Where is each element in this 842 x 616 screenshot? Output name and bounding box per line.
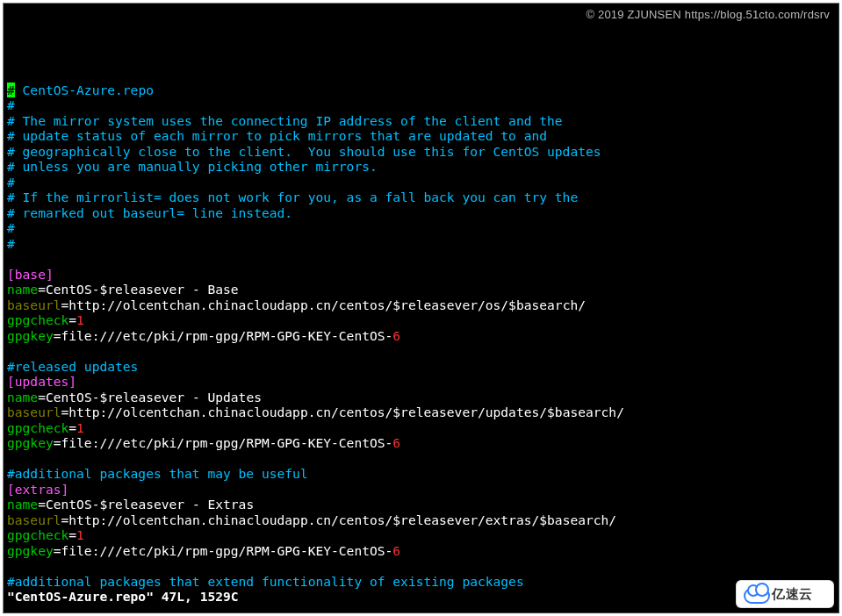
provider-badge: 亿速云 (737, 581, 833, 607)
comment-line: # update status of each mirror to pick m… (7, 128, 547, 143)
kv-gpgcheck: gpgcheck=1 (7, 527, 84, 542)
comment-line: # If the mirrorlist= does not work for y… (7, 190, 578, 204)
comment-line: # (7, 97, 15, 112)
comment-line: # unless you are manually picking other … (7, 159, 378, 174)
vim-status-line: "CentOS-Azure.repo" 47L, 1529C (7, 589, 239, 604)
terminal-text-area[interactable]: # CentOS-Azure.repo # # The mirror syste… (4, 65, 838, 605)
kv-name: name=CentOS-$releasever - Base (7, 282, 239, 297)
comment-line: # The mirror system uses the connecting … (7, 113, 563, 128)
comment-line: # (7, 220, 15, 235)
cursor: # (7, 82, 15, 97)
cloud-icon (740, 584, 770, 604)
kv-baseurl: baseurl=http://olcentchan.chinacloudapp.… (7, 405, 624, 419)
comment-line: # (7, 175, 15, 190)
kv-gpgkey: gpgkey=file:///etc/pki/rpm-gpg/RPM-GPG-K… (7, 543, 400, 558)
kv-gpgcheck: gpgcheck=1 (7, 312, 84, 327)
section-extras: [extras] (7, 482, 68, 497)
comment-line: # (7, 236, 15, 251)
section-updates: [updates] (7, 374, 76, 389)
kv-gpgkey: gpgkey=file:///etc/pki/rpm-gpg/RPM-GPG-K… (7, 328, 400, 343)
kv-name: name=CentOS-$releasever - Updates (7, 390, 262, 405)
comment-line: # geographically close to the client. Yo… (7, 144, 601, 159)
terminal-window[interactable]: © 2019 ZJUNSEN https://blog.51cto.com/rd… (3, 3, 839, 613)
watermark-text: © 2019 ZJUNSEN https://blog.51cto.com/rd… (586, 7, 830, 23)
comment-line: #released updates (7, 359, 138, 374)
section-base: [base] (7, 267, 54, 282)
kv-baseurl: baseurl=http://olcentchan.chinacloudapp.… (7, 297, 586, 312)
comment-line: #additional packages that extend functio… (7, 574, 524, 589)
comment-line: # remarked out baseurl= line instead. (7, 205, 292, 220)
comment-line: #additional packages that may be useful (7, 466, 308, 481)
kv-name: name=CentOS-$releasever - Extras (7, 497, 254, 512)
kv-baseurl: baseurl=http://olcentchan.chinacloudapp.… (7, 512, 616, 527)
kv-gpgcheck: gpgcheck=1 (7, 420, 84, 435)
comment-line: # CentOS-Azure.repo (7, 82, 154, 97)
kv-gpgkey: gpgkey=file:///etc/pki/rpm-gpg/RPM-GPG-K… (7, 435, 400, 450)
